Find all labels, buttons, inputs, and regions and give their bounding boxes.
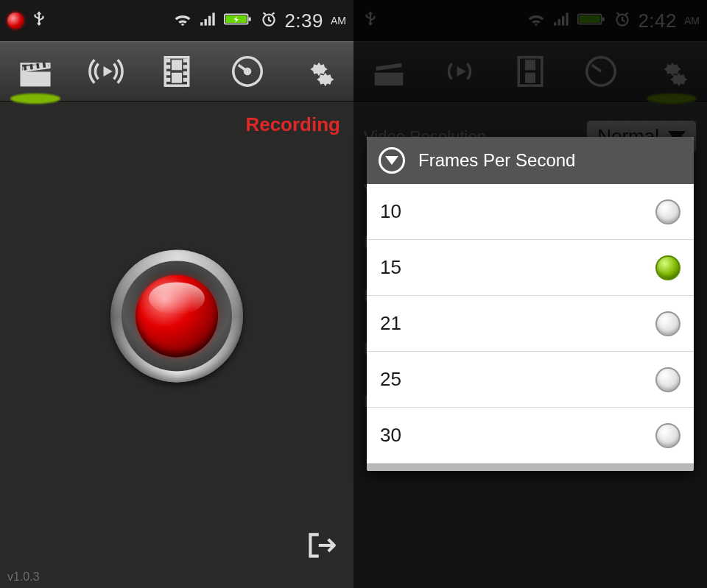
radio-icon bbox=[655, 199, 680, 224]
fps-option-21[interactable]: 21 bbox=[367, 296, 694, 352]
tab-record[interactable] bbox=[0, 42, 71, 101]
svg-rect-15 bbox=[166, 59, 170, 63]
svg-rect-17 bbox=[166, 71, 170, 75]
fps-option-15[interactable]: 15 bbox=[367, 240, 694, 296]
option-label: 25 bbox=[380, 368, 401, 391]
alarm-icon bbox=[259, 10, 278, 32]
svg-rect-19 bbox=[183, 59, 187, 63]
tab-broadcast[interactable] bbox=[71, 42, 141, 101]
svg-rect-8 bbox=[21, 73, 50, 86]
toolbar bbox=[0, 41, 354, 102]
svg-rect-24 bbox=[172, 73, 182, 83]
signal-icon bbox=[199, 10, 218, 32]
svg-rect-5 bbox=[249, 18, 251, 21]
option-label: 21 bbox=[380, 312, 401, 335]
recording-indicator-icon bbox=[7, 13, 24, 29]
svg-rect-22 bbox=[183, 78, 187, 82]
svg-rect-16 bbox=[166, 65, 170, 68]
svg-rect-3 bbox=[213, 13, 215, 25]
option-label: 15 bbox=[380, 256, 401, 279]
option-label: 10 bbox=[380, 200, 401, 223]
fps-dialog: Frames Per Second 10 15 21 25 30 bbox=[367, 137, 694, 471]
svg-rect-20 bbox=[183, 65, 187, 68]
svg-rect-2 bbox=[208, 16, 211, 26]
svg-rect-21 bbox=[183, 71, 187, 75]
left-screenshot: 2:39 AM Recording bbox=[0, 0, 354, 588]
right-screenshot: 2:42 AM Video Resolution bbox=[354, 0, 707, 588]
radio-icon bbox=[655, 311, 680, 336]
recording-status-label: Recording bbox=[245, 113, 340, 136]
dialog-title: Frames Per Second bbox=[418, 150, 575, 171]
chevron-down-circle-icon bbox=[379, 147, 405, 174]
dialog-header: Frames Per Second bbox=[367, 137, 694, 184]
radio-icon bbox=[655, 367, 680, 392]
dialog-footer bbox=[367, 464, 694, 471]
svg-rect-23 bbox=[172, 60, 182, 70]
svg-rect-18 bbox=[166, 78, 170, 82]
tab-film[interactable] bbox=[141, 42, 212, 101]
fps-option-10[interactable]: 10 bbox=[367, 184, 694, 240]
svg-rect-1 bbox=[205, 19, 207, 26]
radio-icon bbox=[655, 423, 680, 448]
radio-selected-icon bbox=[655, 255, 680, 280]
status-bar: 2:39 AM bbox=[0, 0, 354, 41]
fps-option-25[interactable]: 25 bbox=[367, 352, 694, 408]
tab-settings[interactable] bbox=[283, 42, 354, 101]
usb-icon bbox=[29, 10, 49, 32]
battery-icon bbox=[224, 10, 253, 31]
clock-time: 2:39 bbox=[284, 10, 323, 32]
svg-point-26 bbox=[245, 69, 250, 74]
option-label: 30 bbox=[380, 424, 401, 447]
clock-ampm: AM bbox=[331, 15, 346, 26]
tab-gauge[interactable] bbox=[212, 42, 283, 101]
exit-button[interactable] bbox=[302, 526, 340, 567]
wifi-icon bbox=[172, 9, 193, 32]
fps-option-30[interactable]: 30 bbox=[367, 408, 694, 464]
version-label: v1.0.3 bbox=[7, 570, 40, 584]
record-screen: Recording v1.0.3 bbox=[0, 102, 354, 588]
svg-rect-0 bbox=[201, 22, 203, 25]
record-button[interactable] bbox=[110, 249, 243, 382]
